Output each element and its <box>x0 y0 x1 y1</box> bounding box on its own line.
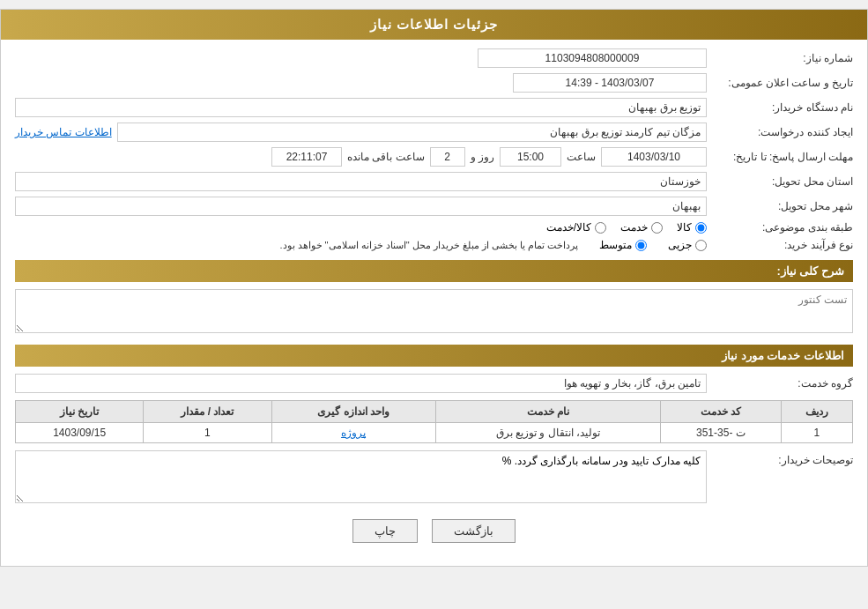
response-remaining: 22:11:07 <box>271 147 342 167</box>
services-table: ردیف کد خدمت نام خدمت واحد اندازه گیری ت… <box>15 400 853 443</box>
category-label: طبقه بندی موضوعی: <box>712 221 853 234</box>
need-description-textarea[interactable] <box>15 289 853 333</box>
category-kala-khadamat[interactable]: کالا/خدمت <box>546 221 606 234</box>
services-section-title: اطلاعات خدمات مورد نیاز <box>15 345 853 367</box>
category-kala-radio[interactable] <box>695 222 707 234</box>
purchase-type-motavasset-radio[interactable] <box>635 240 647 251</box>
category-khadamat-label: خدمت <box>620 221 648 234</box>
category-kala-khadamat-label: کالا/خدمت <box>546 221 591 234</box>
main-container: جزئیات اطلاعات نیاز شماره نیاز: 11030948… <box>0 9 868 567</box>
purchase-type-jozii-label: جزیی <box>668 239 692 251</box>
announce-datetime-row: تاریخ و ساعت اعلان عمومی: 1403/03/07 - 1… <box>15 73 853 93</box>
creator-label: ایجاد کننده درخواست: <box>712 126 853 138</box>
response-deadline-label: مهلت ارسال پاسخ: تا تاریخ: <box>712 151 853 163</box>
service-group-value: تامین برق، گاز، بخار و تهویه هوا <box>15 374 707 393</box>
buyer-station-row: نام دستگاه خریدار: توزیع برق بهبهان <box>15 98 853 117</box>
col-quantity: تعداد / مقدار <box>144 401 271 423</box>
category-kala[interactable]: کالا <box>677 221 707 234</box>
buyer-notes-label: توصیحات خریدار: <box>712 450 853 466</box>
cell-quantity: 1 <box>144 423 271 443</box>
response-date: 1403/03/10 <box>601 147 707 167</box>
table-row: 1 ت -35-351 تولید، انتقال و توزیع برق پر… <box>16 423 853 443</box>
services-header: اطلاعات خدمات مورد نیاز <box>722 349 844 362</box>
service-group-row: گروه خدمت: تامین برق، گاز، بخار و تهویه … <box>15 374 853 393</box>
page-title: جزئیات اطلاعات نیاز <box>370 17 498 32</box>
buyer-notes-textarea[interactable]: کلیه مدارک تایید ودر سامانه بارگذاری گرد… <box>15 450 707 503</box>
buyer-station-label: نام دستگاه خریدار: <box>712 101 853 114</box>
buyer-station-value: توزیع برق بهبهان <box>15 98 707 117</box>
cell-row-num: 1 <box>781 423 852 443</box>
need-number-label: شماره نیاز: <box>712 52 853 64</box>
response-days-label: روز و <box>471 151 494 163</box>
col-need-date: تاریخ نیاز <box>16 401 144 423</box>
cell-need-date: 1403/09/15 <box>16 423 144 443</box>
category-khadamat-radio[interactable] <box>651 222 663 234</box>
purchase-type-options: جزیی متوسط پرداخت تمام یا بخشی از مبلغ خ… <box>15 239 707 251</box>
bottom-buttons: بازگشت چاپ <box>15 510 853 557</box>
province-row: استان محل تحویل: خوزستان <box>15 172 853 191</box>
table-header: ردیف کد خدمت نام خدمت واحد اندازه گیری ت… <box>16 401 853 423</box>
cell-unit[interactable]: پروژه <box>271 423 435 443</box>
response-remaining-label: ساعت باقی مانده <box>347 151 425 163</box>
service-group-label: گروه خدمت: <box>712 377 853 390</box>
purchase-type-motavasset[interactable]: متوسط <box>599 239 647 251</box>
table-header-row: ردیف کد خدمت نام خدمت واحد اندازه گیری ت… <box>16 401 853 423</box>
table-body: 1 ت -35-351 تولید، انتقال و توزیع برق پر… <box>16 423 853 443</box>
need-number-row: شماره نیاز: 1103094808000009 <box>15 48 853 68</box>
response-time: 15:00 <box>500 147 561 167</box>
category-row: طبقه بندی موضوعی: کالا خدمت کالا/خدمت <box>15 221 853 234</box>
response-days: 2 <box>430 147 465 167</box>
content-area: شماره نیاز: 1103094808000009 تاریخ و ساع… <box>1 40 867 566</box>
buyer-notes-row: توصیحات خریدار: کلیه مدارک تایید ودر سام… <box>15 450 853 503</box>
announce-datetime-label: تاریخ و ساعت اعلان عمومی: <box>712 77 853 89</box>
province-value: خوزستان <box>15 172 707 191</box>
services-table-section: ردیف کد خدمت نام خدمت واحد اندازه گیری ت… <box>15 400 853 443</box>
need-number-value: 1103094808000009 <box>478 48 707 68</box>
response-time-label: ساعت <box>567 151 596 163</box>
col-row-num: ردیف <box>781 401 852 423</box>
need-description-section-title: شرح کلی نیاز: <box>15 260 853 282</box>
announce-datetime-value: 1403/03/07 - 14:39 <box>513 73 707 93</box>
category-options: کالا خدمت کالا/خدمت <box>15 221 707 234</box>
purchase-type-motavasset-label: متوسط <box>599 239 632 251</box>
purchase-type-note: پرداخت تمام یا بخشی از مبلغ خریدار محل "… <box>15 240 578 251</box>
category-kala-label: کالا <box>677 221 692 234</box>
category-khadamat[interactable]: خدمت <box>620 221 663 234</box>
province-label: استان محل تحویل: <box>712 175 853 188</box>
category-kala-khadamat-radio[interactable] <box>595 222 606 234</box>
response-deadline-row: مهلت ارسال پاسخ: تا تاریخ: 1403/03/10 سا… <box>15 147 853 167</box>
col-unit: واحد اندازه گیری <box>271 401 435 423</box>
purchase-type-jozii-radio[interactable] <box>695 240 707 251</box>
need-description-label: شرح کلی نیاز: <box>776 264 844 278</box>
city-label: شهر محل تحویل: <box>712 200 853 212</box>
city-row: شهر محل تحویل: بهبهان <box>15 197 853 216</box>
back-button[interactable]: بازگشت <box>432 519 516 543</box>
purchase-type-jozii[interactable]: جزیی <box>668 239 707 251</box>
purchase-type-row: نوع فرآیند خرید: جزیی متوسط پرداخت تمام … <box>15 239 853 251</box>
col-service-name: نام خدمت <box>435 401 660 423</box>
col-service-code: کد خدمت <box>660 401 781 423</box>
need-description-area <box>15 289 853 336</box>
creator-value: مزگان تیم کارمند توزیع برق بهبهان <box>117 123 707 142</box>
purchase-type-label: نوع فرآیند خرید: <box>712 239 853 251</box>
cell-service-name: تولید، انتقال و توزیع برق <box>435 423 660 443</box>
print-button[interactable]: چاپ <box>352 519 418 543</box>
cell-service-code: ت -35-351 <box>660 423 781 443</box>
page-header: جزئیات اطلاعات نیاز <box>1 10 867 40</box>
creator-row: ایجاد کننده درخواست: مزگان تیم کارمند تو… <box>15 123 853 142</box>
creator-link[interactable]: اطلاعات تماس خریدار <box>15 126 112 138</box>
city-value: بهبهان <box>15 197 707 216</box>
